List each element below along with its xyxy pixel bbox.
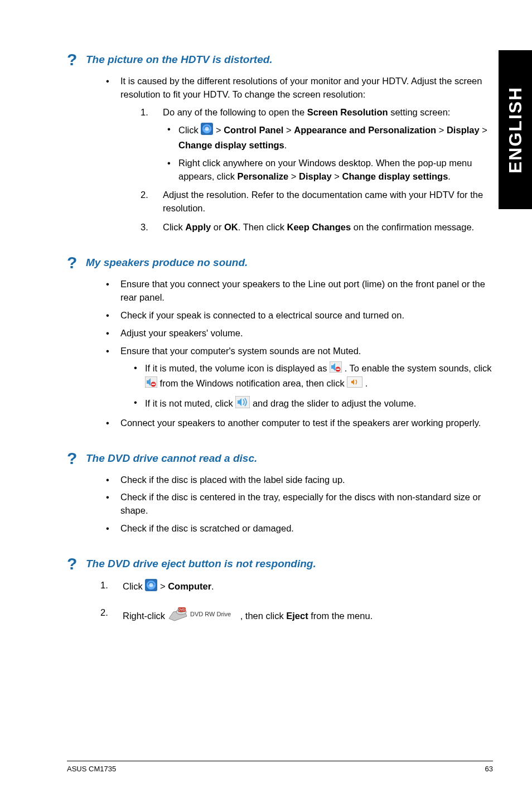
list-item: Check if your speak is connected to a el…: [100, 309, 493, 322]
svg-rect-5: [336, 369, 340, 370]
body-text: Click: [178, 125, 201, 135]
svg-rect-10: [235, 396, 250, 408]
body-text: .: [448, 171, 451, 181]
bold-text: OK: [224, 222, 238, 232]
bold-text: Appearance and Personalization: [294, 125, 436, 135]
dvd-rw-drive-icon: DVDDVD RW Drive: [168, 606, 240, 627]
bold-text: Computer: [168, 581, 211, 591]
body-text: from the menu.: [308, 611, 373, 621]
list-item: Adjust your speakers' volume.: [100, 327, 493, 340]
body-text: .: [284, 140, 287, 150]
numbered-item: Do any of the following to open the Scre…: [141, 106, 493, 183]
section-hdtv-distorted: ? The picture on the HDTV is distorted. …: [67, 50, 493, 234]
body-text: on the confirmation message.: [351, 222, 474, 232]
body-text: or: [211, 222, 224, 232]
body-text: .: [362, 378, 367, 388]
volume-mixer-icon: [347, 376, 362, 392]
start-orb-icon: [201, 123, 213, 139]
sub-list-item: Click > Control Panel > Appearance and P…: [165, 123, 493, 152]
body-text: Click: [163, 222, 185, 232]
svg-point-13: [149, 583, 153, 587]
bold-text: Personalize: [237, 171, 288, 181]
body-text: >: [213, 125, 224, 135]
section-heading: The DVD drive eject button is not respon…: [86, 558, 316, 570]
numbered-item: Click Apply or OK. Then click Keep Chang…: [141, 221, 493, 234]
body-text: Check if the disc is placed with the lab…: [120, 475, 345, 485]
body-text: . To enable the system sounds, click: [342, 363, 491, 373]
numbered-item: Adjust the resolution. Refer to the docu…: [141, 189, 493, 215]
bold-text: Screen Resolution: [307, 107, 388, 117]
question-mark-icon: ?: [67, 554, 86, 573]
body-text: >: [283, 125, 294, 135]
bold-text: Eject: [286, 611, 308, 621]
numbered-item: Right-click DVDDVD RW Drive, then click …: [100, 606, 493, 627]
body-text: . Then click: [238, 222, 287, 232]
document-page: ENGLISH ? The picture on the HDTV is dis…: [0, 0, 532, 802]
body-text: If it is not muted, click: [145, 398, 235, 408]
language-tab: ENGLISH: [499, 50, 532, 209]
list-item: Check if the disc is placed with the lab…: [100, 474, 493, 487]
speaker-muted-icon: [145, 376, 157, 392]
bold-text: Change display settings: [178, 140, 284, 150]
page-footer: ASUS CM1735 63: [67, 761, 493, 773]
svg-point-2: [205, 127, 209, 131]
body-text: from the Windows notification area, then…: [157, 378, 347, 388]
body-text: setting screen:: [388, 107, 451, 117]
section-dvd-eject: ? The DVD drive eject button is not resp…: [67, 554, 493, 627]
footer-model: ASUS CM1735: [67, 765, 116, 773]
numbered-item: Click > Computer.: [100, 579, 493, 595]
svg-rect-9: [347, 376, 362, 387]
body-text: Do any of the following to open the: [163, 107, 307, 117]
sub-list-item: Right click anywhere on your Windows des…: [165, 157, 493, 183]
body-text: Ensure that you connect your speakers to…: [120, 279, 485, 302]
bold-text: Change display settings: [342, 171, 448, 181]
section-heading: My speakers produce no sound.: [86, 257, 248, 269]
body-text: Connect your speakers to another compute…: [120, 418, 481, 428]
list-item: It is caused by the different resolution…: [100, 75, 493, 234]
sub-list-item: If it is muted, the volume icon is displ…: [132, 361, 493, 392]
sub-list-item: If it is not muted, click and drag the s…: [132, 396, 493, 412]
body-text: Check if the disc is scratched or damage…: [120, 523, 294, 533]
bold-text: Keep Changes: [287, 222, 351, 232]
list-item: Connect your speakers to another compute…: [100, 417, 493, 430]
start-orb-icon: [145, 579, 157, 595]
section-heading: The picture on the HDTV is distorted.: [86, 54, 273, 66]
body-text: Adjust your speakers' volume.: [120, 328, 243, 338]
body-text: Click: [123, 581, 145, 591]
body-text: and drag the slider to adjust the volume…: [250, 398, 416, 408]
body-text: Right-click: [123, 611, 168, 621]
section-dvd-read: ? The DVD drive cannot read a disc. Chec…: [67, 449, 493, 536]
section-heading: The DVD drive cannot read a disc.: [86, 452, 257, 465]
bold-text: Display: [447, 125, 480, 135]
body-text: >: [480, 125, 487, 135]
question-mark-icon: ?: [67, 50, 86, 69]
body-text: Check if your speak is connected to a el…: [120, 310, 404, 320]
bold-text: Apply: [185, 222, 211, 232]
body-text: It is caused by the different resolution…: [120, 76, 482, 99]
list-item: Check if the disc is scratched or damage…: [100, 522, 493, 535]
body-text: >: [157, 581, 168, 591]
footer-page-number: 63: [485, 765, 493, 773]
bold-text: Display: [299, 171, 332, 181]
body-text: Check if the disc is centered in the tra…: [120, 492, 481, 515]
body-text: .: [211, 581, 214, 591]
question-mark-icon: ?: [67, 449, 86, 468]
list-item: Check if the disc is centered in the tra…: [100, 491, 493, 518]
speaker-muted-icon: [330, 361, 342, 376]
speaker-icon: [235, 396, 250, 412]
body-text: >: [288, 171, 299, 181]
body-text: Ensure that your computer's system sound…: [120, 346, 361, 356]
body-text: >: [332, 171, 342, 181]
svg-text:DVD: DVD: [178, 608, 185, 611]
question-mark-icon: ?: [67, 253, 86, 272]
svg-rect-8: [152, 384, 155, 385]
body-text: , then click: [240, 611, 287, 621]
bold-text: Control Panel: [224, 125, 283, 135]
svg-text:DVD RW Drive: DVD RW Drive: [190, 611, 231, 617]
list-item: Ensure that you connect your speakers to…: [100, 278, 493, 305]
body-text: If it is muted, the volume icon is displ…: [145, 363, 330, 373]
body-text: >: [436, 125, 447, 135]
body-text: Adjust the resolution. Refer to the docu…: [163, 190, 483, 213]
section-no-sound: ? My speakers produce no sound. Ensure t…: [67, 253, 493, 429]
list-item: Ensure that your computer's system sound…: [100, 345, 493, 412]
